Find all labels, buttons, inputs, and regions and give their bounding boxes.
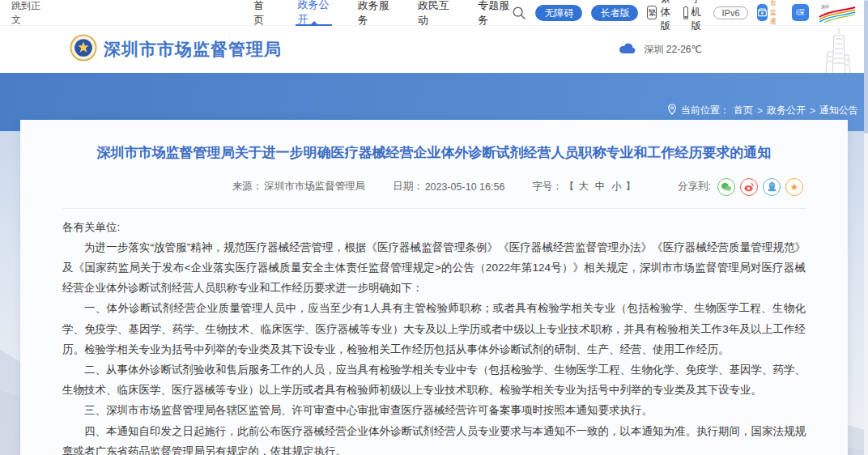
main-nav: 首页 政务公开 政务服务 政民互动 专题服务	[252, 0, 512, 26]
ishenzhen-app-chip[interactable]: i深	[792, 4, 809, 21]
fontsize-label: 字号：	[532, 180, 563, 193]
page: 跳到正文 首页 政务公开 政务服务 政民互动 专题服务 无障碍 长者版 繁 繁体…	[0, 0, 868, 455]
article-meta: 来源： 深圳市市场监督管理局 日期： 2023-05-10 16:56 字号： …	[20, 177, 848, 197]
breadcrumb-prefix: 当前位置：	[681, 104, 730, 117]
meta-source: 来源： 深圳市市场监督管理局	[232, 180, 366, 193]
shenzhen-china-logo: 深圳	[818, 2, 857, 23]
share-group: 分享到: ★	[678, 177, 803, 197]
phone-icon	[683, 6, 688, 19]
nav-item-gov-services[interactable]: 政务服务	[356, 0, 392, 26]
breadcrumb-gov-open[interactable]: 政务公开	[767, 104, 806, 117]
elder-version-button[interactable]: 长者版	[591, 5, 638, 21]
paragraph-item-3: 三、深圳市市场监督管理局各辖区监管局、许可审查中心审批审查医疗器械经营许可备案事…	[62, 400, 806, 420]
nav-item-interaction[interactable]: 政民互动	[416, 0, 452, 26]
weather-widget: 深圳 22-26℃	[618, 42, 702, 57]
source-label: 来源：	[232, 180, 263, 193]
traditional-label: 繁体版	[660, 0, 674, 33]
breadcrumb: 当前位置： 首页 > 政务公开 > 通知公告	[667, 104, 858, 117]
search-icon[interactable]	[512, 6, 526, 20]
building-sketch	[811, 28, 863, 73]
breadcrumb-separator: >	[810, 105, 815, 117]
fontsize-bracket-open: 【	[564, 180, 575, 193]
share-label: 分享到:	[678, 180, 711, 193]
top-tools: 无障碍 长者版 繁 繁体版 手机版 IPv6 市监通 i深	[512, 0, 857, 33]
market-app-icon	[757, 4, 768, 21]
source-value: 深圳市市场监督管理局	[264, 180, 365, 193]
location-pin-icon	[667, 104, 677, 117]
skip-to-content-link[interactable]: 跳到正文	[11, 0, 45, 27]
salutation: 各有关单位:	[62, 217, 806, 237]
mobile-label: 手机版	[691, 0, 705, 33]
paragraph-item-2: 二、从事体外诊断试剂验收和售后服务工作的人员，应当具有检验学相关专业中专（包括检…	[62, 359, 806, 400]
nav-item-special[interactable]: 专题服务	[476, 0, 512, 26]
paragraph-intro: 为进一步落实“放管服”精神，规范医疗器械经营管理，根据《医疗器械监督管理条例》《…	[62, 237, 806, 299]
accessibility-button[interactable]: 无障碍	[535, 5, 582, 21]
share-qq-icon[interactable]	[763, 178, 781, 196]
breadcrumb-notices[interactable]: 通知公告	[819, 104, 858, 117]
svg-text:深圳: 深圳	[821, 4, 829, 10]
fontsize-medium-button[interactable]: 中	[595, 180, 606, 193]
bureau-emblem-icon	[70, 34, 97, 65]
weather-text: 深圳 22-26℃	[644, 43, 702, 57]
scrollbar-thumb[interactable]	[864, 0, 868, 134]
top-utility-bar: 跳到正文 首页 政务公开 政务服务 政民互动 专题服务 无障碍 长者版 繁 繁体…	[0, 0, 868, 26]
nav-item-gov-open[interactable]: 政务公开	[296, 0, 331, 26]
date-value: 2023-05-10 16:56	[425, 181, 505, 193]
meta-fontsize: 字号： 【 大 中 小 】	[532, 180, 636, 193]
ipv6-badge[interactable]: IPv6	[713, 6, 747, 19]
nav-item-home[interactable]: 首页	[252, 0, 271, 26]
mobile-version-button[interactable]: 手机版	[683, 0, 705, 33]
market-app-chip[interactable]: 市监通	[757, 0, 784, 26]
fontsize-small-button[interactable]: 小	[611, 180, 622, 193]
share-weibo-icon[interactable]	[740, 178, 758, 196]
share-wechat-icon[interactable]	[717, 178, 735, 196]
share-favorite-icon[interactable]: ★	[785, 178, 803, 196]
cloud-icon	[618, 42, 637, 57]
page-scrollbar[interactable]	[864, 0, 868, 455]
article-title: 深圳市市场监督管理局关于进一步明确医疗器械经营企业体外诊断试剂经营人员职称专业和…	[62, 142, 806, 164]
breadcrumb-home[interactable]: 首页	[734, 104, 753, 117]
meta-date: 日期： 2023-05-10 16:56	[393, 180, 504, 193]
traditional-version-button[interactable]: 繁 繁体版	[647, 0, 674, 33]
ishenzhen-app-icon: i深	[792, 4, 809, 21]
paragraph-item-1: 一、体外诊断试剂经营企业质量管理人员中，应当至少有1人具有主管检验师职称；或者具…	[62, 298, 806, 359]
date-label: 日期：	[393, 180, 423, 193]
traditional-badge-icon: 繁	[647, 6, 657, 19]
breadcrumb-separator: >	[757, 105, 763, 117]
site-title: 深圳市市场监督管理局	[104, 38, 282, 61]
fontsize-bracket-close: 】	[626, 180, 636, 193]
market-app-label: 市监通	[770, 0, 783, 26]
article-body: 各有关单位: 为进一步落实“放管服”精神，规范医疗器械经营管理，根据《医疗器械监…	[20, 209, 848, 455]
article-card: 深圳市市场监督管理局关于进一步明确医疗器械经营企业体外诊断试剂经营人员职称专业和…	[20, 120, 848, 455]
site-brand[interactable]: 深圳市市场监督管理局	[70, 34, 282, 65]
fontsize-large-button[interactable]: 大	[578, 180, 589, 193]
paragraph-item-4: 四、本通知自印发之日起施行，此前公布医疗器械经营企业体外诊断试剂经营人员专业要求…	[62, 421, 806, 455]
